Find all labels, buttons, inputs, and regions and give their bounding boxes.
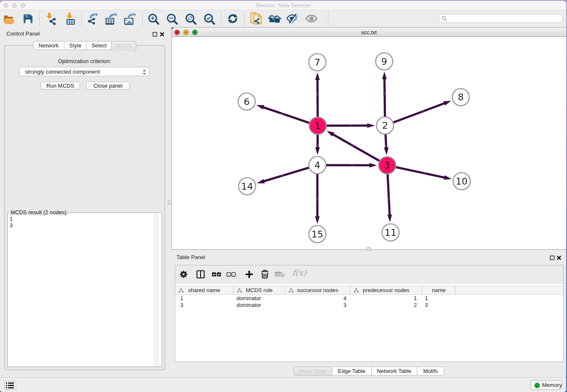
edge-4-14[interactable] (264, 168, 309, 181)
table-tab-node-table[interactable]: Node Table (294, 367, 332, 375)
cell-predecessor-nodes: 2 (350, 302, 422, 309)
toolbar-separator (244, 12, 245, 26)
hide-eye-icon[interactable] (286, 13, 298, 25)
node-label-4: 4 (314, 160, 320, 171)
refresh-icon[interactable] (227, 13, 239, 25)
chevron-up-down-icon (143, 69, 146, 77)
toolbar-separator (221, 12, 221, 26)
mcds-result-lines: 1 3 (10, 215, 13, 229)
column-label: MCDS role (246, 287, 273, 293)
export-network-icon[interactable] (86, 13, 98, 25)
edge-1-7[interactable] (317, 80, 318, 117)
table-tabs: Node TableEdge TableNetwork TableMotifs (294, 367, 444, 375)
edge-label-mark (351, 165, 354, 166)
control-tab-mcds[interactable]: MCDS (112, 41, 136, 51)
float-panel-icon[interactable] (152, 31, 157, 36)
hierarchy-icon (179, 288, 184, 293)
zoom-selected-icon[interactable] (203, 13, 215, 25)
save-icon[interactable] (22, 13, 34, 25)
plus-icon[interactable] (244, 269, 255, 280)
arrowhead-4-15 (315, 216, 320, 224)
node-label-11: 11 (385, 227, 396, 238)
node-table: f(x) shared name MCDS role successor nod… (175, 265, 564, 362)
gear-icon[interactable] (178, 269, 189, 280)
column-header-predecessor-nodes[interactable]: predecessor nodes (350, 286, 422, 294)
list-icon (6, 382, 15, 389)
edge-2-9[interactable] (385, 79, 385, 117)
network-frame-title: scc.txt (172, 29, 566, 36)
node-label-1: 1 (315, 121, 321, 131)
table-close-panel-icon[interactable] (556, 254, 561, 259)
control-tab-network[interactable]: Network (33, 41, 64, 50)
cell-name: 3 (422, 302, 456, 309)
memory-button[interactable]: Memory (531, 380, 562, 390)
edge-1-6[interactable] (263, 107, 310, 123)
column-header-MCDS-role[interactable]: MCDS role (234, 286, 285, 294)
cell-name: 1 (422, 295, 456, 302)
arrowhead-2-9 (382, 72, 387, 79)
node-label-7: 7 (314, 57, 320, 68)
table-header: shared name MCDS role successor nodes pr… (175, 286, 563, 295)
memory-label: Memory (542, 382, 562, 388)
memory-status-icon (534, 383, 540, 388)
horizontal-splitter-grip[interactable] (366, 247, 371, 251)
toolbar-separator (142, 12, 143, 26)
import-network-icon[interactable] (46, 13, 58, 25)
hierarchy-icon (237, 288, 242, 293)
unchecked-boxes-icon[interactable] (226, 269, 237, 280)
function-builder-icon[interactable]: f(x) (292, 268, 306, 277)
share-document-icon[interactable] (250, 13, 262, 25)
arrowhead-2-8 (443, 101, 451, 105)
titlebar: Session: New Session (0, 1, 566, 10)
toolbar-separator (39, 12, 40, 26)
network-frame: scc.txt 1234678910111415 (171, 27, 566, 250)
search-input[interactable] (449, 15, 560, 23)
edge-3-11[interactable] (388, 174, 390, 215)
table-row[interactable]: 1dominator411 (175, 295, 563, 302)
column-header-successor-nodes[interactable]: successor nodes (285, 286, 350, 294)
table-tab-motifs[interactable]: Motifs (417, 367, 444, 375)
export-image-icon[interactable] (123, 13, 135, 25)
column-label: predecessor nodes (363, 287, 410, 293)
cell-shared-name: 3 (175, 302, 234, 309)
column-header-shared-name[interactable]: shared name (175, 286, 234, 294)
show-eye-icon[interactable] (306, 13, 317, 25)
columns-icon[interactable] (195, 269, 206, 280)
table-panel-title: Table Panel (176, 254, 205, 260)
delete-table-icon[interactable] (275, 269, 286, 280)
edge-label-mark (317, 92, 318, 95)
edge-3-10[interactable] (396, 167, 445, 178)
trash-icon[interactable] (259, 269, 270, 280)
cell-shared-name: 1 (175, 295, 234, 302)
open-folder-icon[interactable] (3, 13, 15, 25)
edge-3-1[interactable] (333, 134, 380, 161)
control-tab-style[interactable]: Style (64, 41, 87, 50)
export-table-icon[interactable] (105, 13, 116, 25)
close-panel-button[interactable]: Close panel (86, 82, 130, 90)
show-panels-button[interactable] (4, 381, 16, 390)
edge-2-8[interactable] (393, 103, 444, 122)
zoom-fit-icon[interactable] (184, 13, 196, 25)
column-label: name (432, 287, 446, 293)
checked-boxes-icon[interactable] (211, 269, 222, 280)
search-box[interactable] (439, 14, 562, 23)
frame-focus-corner-icon (172, 28, 174, 30)
table-tab-edge-table[interactable]: Edge Table (332, 367, 372, 375)
home-icon[interactable] (268, 13, 280, 25)
main-toolbar (0, 10, 566, 28)
search-icon (441, 16, 448, 22)
control-tab-select[interactable]: Select (87, 41, 112, 50)
result-scrollbar[interactable] (154, 213, 159, 366)
table-tab-network-table[interactable]: Network Table (372, 367, 417, 375)
table-float-panel-icon[interactable] (550, 254, 555, 259)
column-header-name[interactable]: name (422, 286, 456, 294)
network-canvas[interactable]: 1234678910111415 (172, 37, 566, 249)
node-label-14: 14 (241, 181, 253, 192)
run-mcds-button[interactable]: Run MCDS (41, 82, 80, 90)
criterion-select[interactable]: strongly connected component (19, 67, 149, 76)
close-panel-icon[interactable] (160, 31, 165, 36)
import-table-icon[interactable] (64, 13, 76, 25)
zoom-in-icon[interactable] (147, 13, 159, 25)
zoom-out-icon[interactable] (166, 13, 178, 25)
table-row[interactable]: 3dominator323 (175, 302, 563, 309)
